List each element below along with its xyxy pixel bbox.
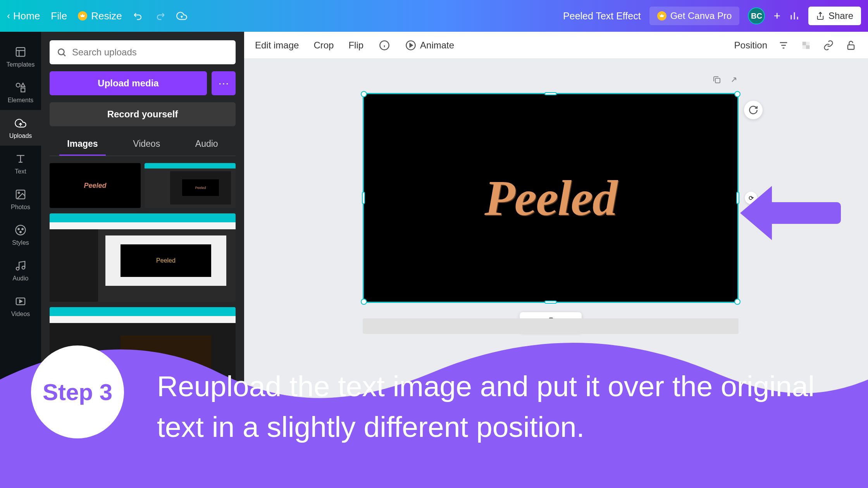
resize-label: Resize (91, 10, 122, 22)
share-label: Share (828, 10, 853, 21)
resize-handle-top[interactable] (544, 92, 557, 95)
upload-thumbnail[interactable]: Peeled (50, 163, 141, 208)
resize-handle-tl[interactable] (361, 91, 367, 97)
upload-row: Upload media ⋯ (50, 71, 236, 95)
filter-icon[interactable] (777, 39, 790, 52)
context-right: Position (734, 39, 857, 52)
rail-videos[interactable]: Videos (0, 288, 41, 324)
rail-label: Photos (11, 204, 30, 211)
insights-button[interactable] (789, 10, 800, 21)
rail-photos[interactable]: Photos (0, 181, 41, 217)
rail-audio[interactable]: Audio (0, 253, 41, 288)
peeled-text-image[interactable]: Peeled (484, 169, 617, 227)
flip-button[interactable]: Flip (348, 40, 363, 51)
rail-text[interactable]: Text (0, 146, 41, 181)
home-button[interactable]: ‹ Home (7, 10, 40, 22)
info-icon[interactable] (378, 39, 391, 52)
record-yourself-button[interactable]: Record yourself (50, 102, 236, 126)
tutorial-overlay: Step 3 Reupload the text image and put i… (0, 333, 868, 488)
svg-point-7 (22, 229, 23, 230)
crop-button[interactable]: Crop (313, 40, 334, 51)
thumb-inner-text: Peeled (182, 179, 219, 196)
upload-media-button[interactable]: Upload media (50, 71, 207, 95)
duplicate-page-icon[interactable] (712, 75, 722, 84)
step-badge: Step 3 (31, 345, 124, 438)
crown-icon (657, 11, 666, 21)
svg-rect-16 (806, 45, 809, 49)
rail-templates[interactable]: Templates (0, 39, 41, 74)
rail-uploads[interactable]: Uploads (0, 110, 41, 146)
animate-icon (405, 40, 416, 51)
share-icon (816, 12, 825, 20)
styles-icon (14, 223, 28, 237)
elements-icon (14, 81, 28, 95)
animate-button[interactable]: Animate (405, 40, 454, 51)
resize-handle-right[interactable] (736, 192, 739, 204)
undo-button[interactable] (133, 10, 144, 21)
text-icon (14, 152, 28, 166)
rail-label: Uploads (9, 132, 32, 139)
share-button[interactable]: Share (808, 7, 861, 25)
svg-point-4 (18, 192, 20, 194)
position-button[interactable]: Position (734, 40, 767, 51)
resize-handle-tr[interactable] (734, 91, 741, 97)
context-toolbar: Edit image Crop Flip Animate Position (244, 32, 868, 59)
tab-audio[interactable]: Audio (188, 133, 226, 156)
videos-icon (14, 294, 28, 308)
canvas-wrapper: Peeled ⟳ ⋯ (363, 93, 739, 303)
redo-button[interactable] (155, 10, 165, 21)
upload-thumbnail[interactable]: Peeled (50, 213, 236, 302)
user-avatar[interactable]: BC (748, 7, 765, 24)
search-input[interactable] (72, 47, 229, 58)
audio-icon (14, 259, 28, 273)
upload-thumbnail[interactable]: Peeled (145, 163, 236, 208)
rail-label: Elements (8, 97, 34, 104)
step-instruction: Reupload the text image and put it over … (157, 366, 845, 447)
rail-elements[interactable]: Elements (0, 74, 41, 110)
edit-image-button[interactable]: Edit image (255, 40, 299, 51)
page-strip[interactable] (363, 318, 739, 334)
lock-icon[interactable] (845, 39, 857, 52)
photos-icon (14, 187, 28, 201)
svg-rect-0 (16, 48, 25, 57)
add-member-button[interactable]: + (773, 9, 780, 22)
upload-more-button[interactable]: ⋯ (212, 71, 236, 95)
header-right: Peeled Text Effect Get Canva Pro BC + Sh… (563, 7, 861, 25)
canvas-page[interactable]: Peeled (363, 93, 739, 303)
rail-styles[interactable]: Styles (0, 217, 41, 253)
panel-tabs: Images Videos Audio (50, 133, 236, 156)
svg-point-5 (16, 225, 26, 235)
refresh-button[interactable] (744, 101, 763, 119)
expand-page-icon[interactable] (729, 75, 739, 84)
file-menu[interactable]: File (51, 10, 67, 22)
resize-button[interactable]: Resize (78, 10, 122, 22)
get-pro-button[interactable]: Get Canva Pro (649, 7, 740, 25)
thumb-row: Peeled Peeled (50, 163, 236, 208)
svg-point-6 (18, 229, 19, 230)
svg-point-10 (22, 266, 25, 269)
svg-rect-17 (806, 41, 809, 45)
rail-label: Templates (7, 61, 35, 68)
rail-label: Styles (12, 239, 29, 246)
resize-handle-bottom[interactable] (544, 301, 557, 304)
document-title[interactable]: Peeled Text Effect (563, 10, 641, 22)
transparency-icon[interactable] (800, 39, 812, 52)
cloud-sync-icon[interactable] (176, 10, 187, 21)
resize-handle-br[interactable] (734, 299, 741, 305)
svg-point-1 (16, 83, 20, 87)
link-icon[interactable] (822, 39, 835, 52)
search-box[interactable] (50, 40, 236, 64)
tab-images[interactable]: Images (59, 133, 105, 156)
tutorial-arrow (740, 186, 841, 240)
uploads-icon (14, 116, 28, 130)
templates-icon (14, 45, 28, 59)
svg-point-9 (16, 267, 19, 270)
resize-handle-bl[interactable] (361, 299, 367, 305)
rail-label: Audio (13, 275, 29, 282)
tab-videos[interactable]: Videos (125, 133, 168, 156)
thumb-inner-text: Peeled (121, 244, 211, 277)
resize-handle-left[interactable] (362, 192, 365, 204)
rail-label: Text (15, 168, 26, 175)
app-header: ‹ Home File Resize Peeled Text Effect Ge… (0, 0, 868, 32)
search-icon (57, 47, 67, 57)
